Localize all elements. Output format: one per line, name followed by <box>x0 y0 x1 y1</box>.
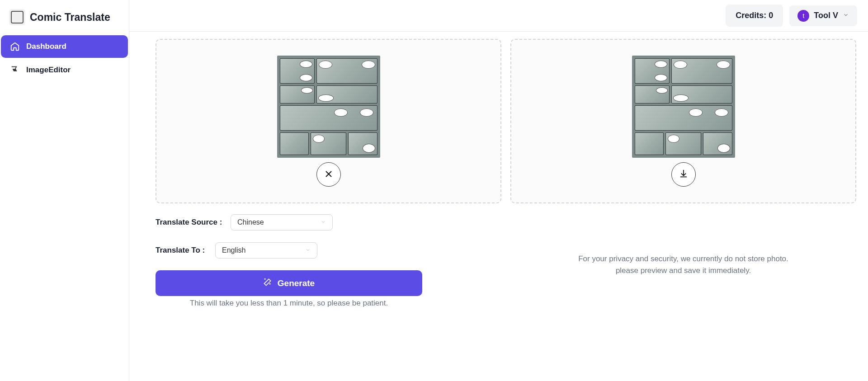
brand-logo <box>9 9 25 25</box>
sidebar: Comic Translate Dashboard ImageEditor <box>0 0 129 381</box>
close-icon <box>324 169 334 180</box>
controls: Translate Source : Chinese Translate To … <box>156 214 422 308</box>
source-thumbnail <box>277 56 380 158</box>
download-button[interactable] <box>671 162 696 187</box>
privacy-line: For your privacy and security, we curren… <box>510 253 856 265</box>
avatar: t <box>797 10 809 22</box>
chevron-down-icon <box>843 11 849 20</box>
magic-wand-icon <box>263 278 272 289</box>
generate-label: Generate <box>278 278 315 288</box>
source-language-select[interactable]: Chinese <box>231 214 333 230</box>
chevron-down-icon <box>305 247 311 254</box>
sidebar-item-label: Dashboard <box>26 42 66 51</box>
sidebar-item-imageeditor[interactable]: ImageEditor <box>1 59 128 81</box>
sidebar-item-label: ImageEditor <box>26 66 71 75</box>
source-language-label: Translate Source : <box>156 218 231 227</box>
credits-badge[interactable]: Credits: 0 <box>726 5 783 27</box>
brand-title: Comic Translate <box>30 11 110 24</box>
brand: Comic Translate <box>0 4 129 34</box>
result-thumbnail <box>632 56 735 158</box>
home-icon <box>10 42 20 52</box>
sidebar-item-dashboard[interactable]: Dashboard <box>1 35 128 58</box>
topbar: Credits: 0 t Tool V <box>129 0 868 32</box>
user-label: Tool V <box>814 11 838 20</box>
privacy-note: For your privacy and security, we curren… <box>510 253 856 276</box>
image-editor-icon <box>10 65 20 75</box>
target-language-select[interactable]: English <box>215 242 317 259</box>
select-value: Chinese <box>237 218 264 226</box>
content: Translate Source : Chinese Translate To … <box>129 32 868 381</box>
generate-subnote: This will take you less than 1 minute, s… <box>156 299 422 308</box>
main: Credits: 0 t Tool V <box>129 0 868 381</box>
remove-image-button[interactable] <box>316 162 341 187</box>
download-icon <box>679 169 689 180</box>
generate-button[interactable]: Generate <box>156 270 422 296</box>
select-value: English <box>222 246 245 254</box>
target-language-label: Translate To : <box>156 246 215 255</box>
result-panel <box>510 39 856 203</box>
user-menu[interactable]: t Tool V <box>789 5 857 26</box>
privacy-line: please preview and save it immediately. <box>510 265 856 277</box>
chevron-down-icon <box>321 219 326 226</box>
source-dropzone[interactable] <box>156 39 501 203</box>
sidebar-nav: Dashboard ImageEditor <box>0 35 129 81</box>
